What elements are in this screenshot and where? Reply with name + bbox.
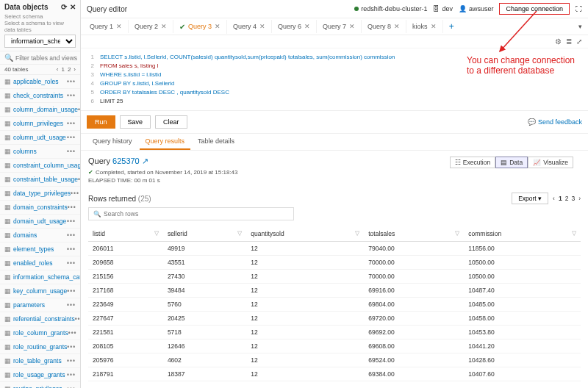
table-item[interactable]: ▦routine_privileges••• (0, 382, 80, 388)
tab-table-details[interactable]: Table details (192, 134, 240, 150)
settings-icon[interactable]: ⚙ (555, 37, 562, 46)
clear-button[interactable]: Clear (155, 115, 187, 129)
more-icon[interactable]: ••• (78, 176, 80, 183)
close-tab-icon[interactable]: ✕ (349, 23, 355, 30)
sort-icon[interactable]: ▽ (237, 230, 242, 237)
table-item[interactable]: ▦columns••• (0, 145, 80, 159)
more-icon[interactable]: ••• (67, 134, 76, 141)
more-icon[interactable]: ••• (68, 329, 77, 337)
more-icon[interactable]: ••• (75, 315, 80, 323)
sort-icon[interactable]: ▽ (355, 230, 359, 237)
pager-prev[interactable]: ‹ (57, 66, 59, 73)
close-tab-icon[interactable]: ✕ (394, 23, 400, 30)
table-item[interactable]: ▦column_domain_usage••• (0, 103, 80, 117)
schema-select[interactable]: information_schema (4, 35, 76, 48)
close-tab-icon[interactable]: ✕ (259, 23, 265, 30)
query-tab[interactable]: Query 4✕ (227, 20, 272, 33)
table-item[interactable]: ▦role_usage_grants••• (0, 368, 80, 382)
tab-query-results[interactable]: Query results (140, 134, 191, 150)
more-icon[interactable]: ••• (67, 148, 76, 155)
more-icon[interactable]: ••• (78, 106, 80, 113)
close-tab-icon[interactable]: ✕ (431, 23, 437, 30)
fullscreen-icon[interactable]: ⛶ (576, 5, 582, 12)
close-tab-icon[interactable]: ✕ (116, 23, 122, 30)
table-item[interactable]: ▦data_type_privileges••• (0, 187, 80, 201)
table-item[interactable]: ▦role_routine_grants••• (0, 340, 80, 354)
tab-menu-icon[interactable]: ▾ (576, 20, 585, 33)
sort-icon[interactable]: ▽ (455, 230, 459, 237)
more-icon[interactable]: ••• (67, 231, 76, 239)
page-num[interactable]: 1 (559, 195, 562, 202)
query-id-link[interactable]: 625370 (112, 157, 140, 165)
execution-view-button[interactable]: ☷Execution (450, 157, 495, 168)
table-row[interactable]: 215156274301270000.0010500.00 (88, 270, 581, 284)
table-item[interactable]: ▦role_table_grants••• (0, 354, 80, 368)
expand-icon[interactable]: ⤢ (576, 37, 582, 46)
more-icon[interactable]: ••• (67, 371, 76, 378)
table-row[interactable]: 22364957601269804.0010485.00 (88, 298, 581, 312)
table-item[interactable]: ▦key_column_usage••• (0, 284, 80, 298)
more-icon[interactable]: ••• (67, 343, 76, 351)
table-item[interactable]: ▦domains••• (0, 229, 80, 242)
table-item[interactable]: ▦parameters••• (0, 298, 80, 312)
table-item[interactable]: ▦column_udt_usage••• (0, 131, 80, 145)
table-row[interactable]: 227647204251269720.0010458.00 (88, 312, 581, 326)
table-item[interactable]: ▦enabled_roles••• (0, 256, 80, 270)
export-button[interactable]: Export ▾ (512, 193, 548, 204)
sql-editor[interactable]: 1SELECT s.listid, l.Sellerid, COUNT(sale… (81, 48, 588, 111)
send-feedback-link[interactable]: 💬Send feedback (528, 118, 582, 126)
table-row[interactable]: 209658435511270000.0010500.00 (88, 256, 581, 270)
query-tab[interactable]: ✔Query 3✕ (173, 20, 227, 34)
sort-icon[interactable]: ▽ (572, 230, 576, 237)
external-link-icon[interactable]: ↗ (142, 157, 148, 165)
list-icon[interactable]: ≣ (566, 37, 572, 46)
table-row[interactable]: 208105126461269608.0010441.20 (88, 340, 581, 353)
col-header[interactable]: listid▽ (88, 226, 163, 242)
add-tab-button[interactable]: + (443, 18, 460, 35)
table-item[interactable]: ▦information_schema_catalog_...••• (0, 270, 80, 284)
refresh-icon[interactable]: ⟳ (61, 3, 67, 11)
table-item[interactable]: ▦constraint_column_usage••• (0, 159, 80, 173)
close-tab-icon[interactable]: ✕ (161, 23, 167, 30)
more-icon[interactable]: ••• (71, 190, 79, 197)
more-icon[interactable]: ••• (67, 92, 76, 99)
data-view-button[interactable]: ▤Data (495, 157, 528, 168)
visualize-view-button[interactable]: 📈Visualize (528, 157, 573, 168)
table-item[interactable]: ▦element_types••• (0, 242, 80, 256)
save-button[interactable]: Save (120, 115, 151, 129)
more-icon[interactable]: ••• (67, 385, 76, 388)
query-tab[interactable]: Query 1✕ (84, 20, 129, 33)
query-tab[interactable]: Query 6✕ (272, 20, 317, 33)
table-item[interactable]: ▦constraint_table_usage••• (0, 173, 80, 187)
more-icon[interactable]: ••• (67, 287, 76, 295)
more-icon[interactable]: ••• (67, 259, 76, 267)
rows-pager-next[interactable]: › (578, 195, 581, 202)
col-header[interactable]: totalsales▽ (364, 226, 464, 242)
table-item[interactable]: ▦domain_udt_usage••• (0, 215, 80, 229)
table-item[interactable]: ▦check_constraints••• (0, 89, 80, 103)
more-icon[interactable]: ••• (67, 218, 76, 225)
search-rows-input[interactable] (104, 210, 289, 218)
query-tab[interactable]: Query 7✕ (317, 20, 362, 33)
change-connection-button[interactable]: Change connection (499, 3, 570, 15)
close-icon[interactable]: ✕ (70, 3, 76, 11)
page-num[interactable]: 3 (571, 195, 575, 202)
col-header[interactable]: commission▽ (464, 226, 581, 242)
table-item[interactable]: ▦referential_constraints••• (0, 312, 80, 326)
close-tab-icon[interactable]: ✕ (215, 23, 220, 30)
query-tab[interactable]: kioks✕ (406, 20, 443, 33)
table-row[interactable]: 22158157181269692.0010453.80 (88, 326, 581, 340)
query-tab[interactable]: Query 8✕ (362, 20, 406, 33)
pager-next[interactable]: › (74, 66, 76, 73)
more-icon[interactable]: ••• (67, 357, 76, 364)
table-row[interactable]: 20597646021269524.0010428.60 (88, 353, 581, 367)
close-tab-icon[interactable]: ✕ (304, 23, 310, 30)
table-row[interactable]: 217168394841269916.0010487.40 (88, 284, 581, 298)
more-icon[interactable]: ••• (67, 78, 76, 85)
tab-query-history[interactable]: Query history (87, 134, 138, 150)
table-row[interactable]: 206011499191279040.0011856.00 (88, 242, 581, 256)
sort-icon[interactable]: ▽ (154, 230, 159, 237)
table-item[interactable]: ▦role_column_grants••• (0, 326, 80, 340)
table-item[interactable]: ▦applicable_roles••• (0, 75, 80, 89)
more-icon[interactable]: ••• (67, 245, 76, 253)
